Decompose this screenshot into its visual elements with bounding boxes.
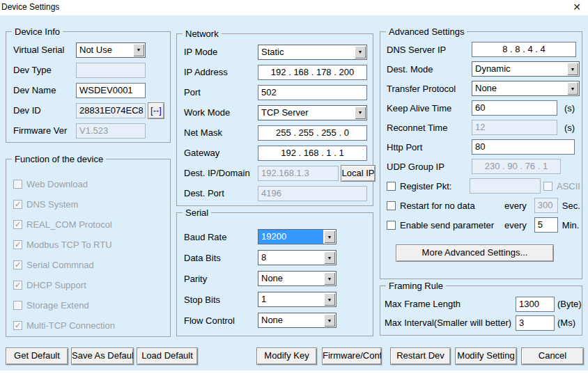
dest-port-label: Dest. Port: [184, 188, 258, 198]
baud-rate-select[interactable]: 19200 ▼: [258, 229, 336, 244]
restart-dev-button[interactable]: Restart Dev: [390, 347, 451, 365]
ip-mode-select[interactable]: Static ▼: [258, 45, 367, 60]
restart-no-data-checkbox[interactable]: [387, 201, 396, 210]
chevron-down-icon[interactable]: ▼: [324, 230, 335, 243]
restart-no-data-label: Restart for no data: [400, 201, 504, 211]
ip-address-label: IP Address: [184, 67, 258, 77]
ip-address-field[interactable]: 192 . 168 . 178 . 200: [258, 65, 367, 80]
chevron-down-icon[interactable]: ▼: [355, 46, 366, 58]
storage-extend-label: Storage Extend: [26, 300, 89, 311]
reconnect-field: 12: [472, 120, 557, 135]
dev-id-expand-button[interactable]: [--]: [148, 102, 164, 119]
send-minutes-field[interactable]: 5: [534, 217, 558, 233]
dev-name-label: Dev Name: [13, 85, 76, 95]
keep-alive-row: Keep Alive Time 60 (s): [380, 98, 582, 118]
transfer-protocol-select[interactable]: None ▼: [472, 81, 580, 96]
transfer-protocol-value: None: [472, 81, 566, 95]
title-bar: Device Settings ✕: [0, 0, 588, 15]
send-unit: Min.: [562, 220, 580, 230]
close-icon[interactable]: ✕: [571, 1, 583, 13]
gateway-field[interactable]: 192 . 168 . 1 . 1: [258, 146, 367, 161]
get-default-button[interactable]: Get Default: [6, 347, 68, 365]
send-parameter-label: Enable send parameter: [400, 220, 504, 230]
flow-control-select[interactable]: None ▼: [258, 313, 336, 328]
data-bits-label: Data Bits: [184, 253, 258, 263]
http-port-field[interactable]: 80: [472, 139, 575, 155]
dev-name-field[interactable]: WSDEV0001: [76, 83, 146, 98]
framing-legend: Framing Rule: [386, 280, 446, 292]
dev-name-row: Dev Name WSDEV0001: [6, 80, 170, 100]
chevron-down-icon[interactable]: ▼: [567, 63, 578, 75]
chevron-down-icon[interactable]: ▼: [133, 44, 144, 56]
firmware-row: Firmware Ver V1.523: [6, 120, 170, 141]
parity-select[interactable]: None ▼: [258, 271, 336, 286]
chevron-down-icon[interactable]: ▼: [324, 251, 335, 264]
firmware-label: Firmware Ver: [13, 125, 76, 136]
device-settings-dialog: Device Settings ✕ Device Info Virtual Se…: [0, 0, 588, 376]
serial-command-label: Serial Commnad: [26, 260, 94, 270]
port-field[interactable]: 502: [258, 85, 367, 100]
work-mode-select[interactable]: TCP Server ▼: [258, 105, 367, 120]
restart-seconds-field: 300: [534, 198, 558, 213]
parity-label: Parity: [184, 274, 258, 284]
net-mask-field[interactable]: 255 . 255 . 255 . 0: [258, 125, 367, 141]
functions-group: Function of the device Web Download ✓ DN…: [6, 159, 171, 337]
firmware-field: V1.523: [76, 123, 146, 139]
stop-bits-label: Stop Bits: [184, 295, 258, 305]
work-mode-label: Work Mode: [184, 107, 258, 118]
dest-mode-row: Dest. Mode Dynamic ▼: [380, 59, 582, 79]
modify-key-button[interactable]: Modify Key: [256, 347, 317, 365]
web-download-label: Web Download: [26, 179, 88, 189]
cancel-button[interactable]: Cancel: [521, 347, 584, 365]
keep-alive-label: Keep Alive Time: [387, 103, 472, 113]
function-item: ✓ Multi-TCP Connection: [6, 315, 170, 336]
keep-alive-field[interactable]: 60: [472, 100, 557, 116]
ip-address-row: IP Address 192 . 168 . 178 . 200: [177, 62, 373, 82]
baud-rate-row: Baud Rate 19200 ▼: [177, 226, 373, 247]
http-port-label: Http Port: [387, 142, 472, 152]
max-frame-field[interactable]: 1300: [516, 297, 555, 312]
save-as-default-button[interactable]: Save As Default: [71, 347, 134, 365]
ascii-checkbox: [543, 182, 552, 191]
gateway-label: Gateway: [184, 148, 258, 158]
udp-group-row: UDP Group IP 230 . 90 . 76 . 1: [380, 157, 582, 176]
chevron-down-icon[interactable]: ▼: [324, 272, 335, 285]
dev-id-field: 28831E074EC8: [76, 103, 146, 118]
dns-server-field[interactable]: 8 . 8 . 4 . 4: [472, 42, 576, 57]
dhcp-label: DHCP Support: [26, 280, 86, 290]
local-ip-button[interactable]: Local IP: [341, 165, 376, 182]
function-item: ✓ Serial Commnad: [6, 255, 170, 275]
load-default-button[interactable]: Load Default: [137, 347, 198, 365]
flow-control-row: Flow Control None ▼: [177, 310, 373, 331]
port-label: Port: [184, 87, 258, 97]
max-interval-field[interactable]: 3: [516, 315, 555, 331]
modify-setting-button[interactable]: Modify Setting: [455, 347, 517, 365]
work-mode-value: TCP Server: [258, 106, 354, 120]
firmware-config-button[interactable]: Firmware/Config: [322, 347, 382, 365]
dest-mode-select[interactable]: Dynamic ▼: [472, 61, 580, 77]
web-download-checkbox: [13, 180, 22, 189]
virtual-serial-select[interactable]: Not Use ▼: [76, 42, 146, 58]
dest-ip-field: 192.168.1.3: [258, 166, 339, 181]
framing-rule-group: Framing Rule Max Frame Length 1300 (Byte…: [380, 285, 582, 336]
dest-ip-row: Dest. IP/Domain 192.168.1.3 Local IP: [177, 163, 373, 183]
network-legend: Network: [183, 28, 222, 40]
data-bits-select[interactable]: 8 ▼: [258, 250, 336, 265]
chevron-down-icon[interactable]: ▼: [324, 314, 335, 327]
multi-tcp-label: Multi-TCP Connection: [26, 320, 115, 331]
dialog-body: Device Info Virtual Serial Not Use ▼ Dev…: [0, 15, 588, 370]
restart-no-data-row: Restart for no data every 300 Sec.: [380, 196, 582, 215]
chevron-down-icon[interactable]: ▼: [324, 293, 335, 306]
restart-every-label: every: [504, 201, 527, 211]
stop-bits-select[interactable]: 1 ▼: [258, 292, 336, 307]
ip-mode-label: IP Mode: [184, 47, 258, 57]
work-mode-row: Work Mode TCP Server ▼: [177, 102, 373, 123]
max-interval-label: Max Interval(Smaller will better): [385, 318, 516, 328]
serial-group: Serial Baud Rate 19200 ▼ Data Bits 8 ▼ P…: [176, 212, 373, 336]
chevron-down-icon[interactable]: ▼: [355, 107, 366, 119]
register-pkt-checkbox[interactable]: [387, 182, 396, 191]
chevron-down-icon[interactable]: ▼: [567, 82, 578, 95]
send-parameter-checkbox[interactable]: [387, 221, 396, 230]
more-advanced-settings-button[interactable]: More Advanced Settings...: [396, 244, 554, 262]
device-info-group: Device Info Virtual Serial Not Use ▼ Dev…: [6, 31, 171, 143]
